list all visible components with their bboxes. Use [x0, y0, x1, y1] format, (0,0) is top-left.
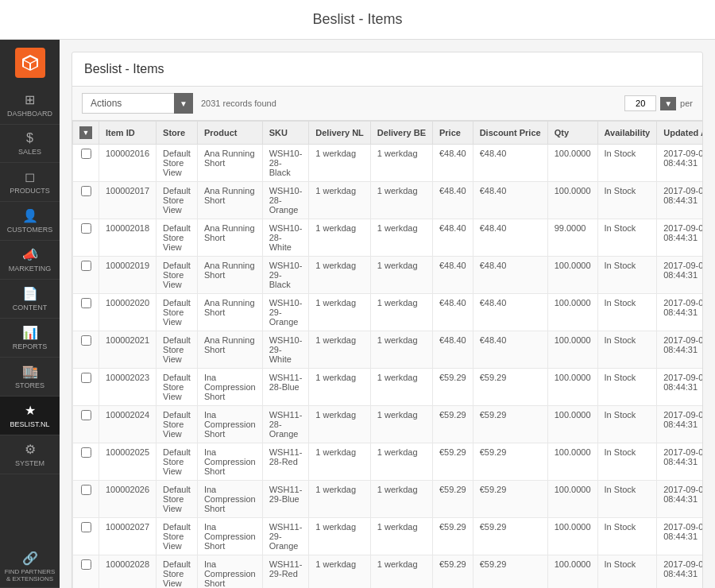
cell-item-id: 100002018: [99, 219, 157, 257]
cell-updated: 2017-09-07 08:44:31: [657, 369, 702, 406]
beslist-icon: ★: [25, 403, 36, 418]
cell-sku: WSH10-28-Black: [262, 145, 309, 182]
row-checkbox-cell[interactable]: [73, 406, 99, 443]
row-checkbox-cell[interactable]: [73, 369, 99, 406]
col-delivery-nl[interactable]: Delivery NL: [309, 122, 371, 145]
row-checkbox-cell[interactable]: [73, 257, 99, 294]
cell-price: €48.40: [432, 145, 473, 182]
cell-price: €59.29: [432, 518, 473, 555]
cell-qty: 100.0000: [547, 294, 597, 331]
row-checkbox-cell[interactable]: [73, 145, 99, 182]
cell-qty: 100.0000: [547, 443, 597, 481]
cell-updated: 2017-09-07 08:44:31: [657, 555, 702, 589]
sidebar-item-content[interactable]: 📄 CONTENT: [0, 280, 60, 319]
cell-sku: WSH11-29-Orange: [262, 518, 309, 555]
per-page-arrow-button[interactable]: ▼: [660, 97, 676, 110]
cell-product: Ana Running Short: [197, 145, 262, 182]
sidebar-logo[interactable]: [15, 48, 45, 78]
per-page-input[interactable]: [624, 95, 656, 111]
row-checkbox[interactable]: [81, 559, 91, 570]
actions-select[interactable]: Actions: [82, 93, 193, 114]
products-icon: ◻: [25, 169, 35, 184]
cell-item-id: 100002019: [99, 257, 157, 294]
row-checkbox[interactable]: [81, 223, 91, 234]
cell-del-nl: 1 werkdag: [309, 481, 371, 518]
sidebar-item-stores[interactable]: 🏬 STORES: [0, 358, 60, 397]
col-updated-at[interactable]: Updated At: [657, 122, 702, 145]
row-checkbox[interactable]: [81, 261, 91, 271]
col-qty[interactable]: Qty: [547, 122, 597, 145]
row-checkbox-cell[interactable]: [73, 182, 99, 219]
cell-updated: 2017-09-07 08:44:31: [657, 182, 702, 219]
row-checkbox-cell[interactable]: [73, 518, 99, 555]
cell-avail: In Stock: [597, 406, 657, 443]
select-all-header[interactable]: ▼: [73, 122, 99, 145]
col-item-id[interactable]: Item ID: [99, 122, 157, 145]
col-store[interactable]: Store: [157, 122, 198, 145]
cell-price: €48.40: [432, 331, 473, 369]
cell-store: Default Store View: [157, 369, 198, 406]
sidebar-item-sales[interactable]: $ SALES: [0, 125, 60, 163]
cell-del-be: 1 werkdag: [370, 443, 432, 481]
reports-icon: 📊: [22, 325, 38, 340]
cell-updated: 2017-09-07 08:44:31: [657, 145, 702, 182]
cell-sku: WSH10-29-White: [262, 331, 309, 369]
cell-item-id: 100002024: [99, 406, 157, 443]
row-checkbox[interactable]: [81, 149, 91, 159]
cell-del-nl: 1 werkdag: [309, 331, 371, 369]
select-all-icon[interactable]: ▼: [79, 126, 92, 139]
cell-updated: 2017-09-07 08:44:31: [657, 219, 702, 257]
row-checkbox-cell[interactable]: [73, 331, 99, 369]
cell-del-nl: 1 werkdag: [309, 219, 371, 257]
actions-select-wrapper[interactable]: Actions ▼: [82, 93, 193, 114]
row-checkbox[interactable]: [81, 447, 91, 458]
sidebar-item-stores-label: STORES: [15, 381, 44, 389]
cell-avail: In Stock: [597, 294, 657, 331]
row-checkbox-cell[interactable]: [73, 481, 99, 518]
content-panel: Beslist - Items Actions ▼ 2031 records f…: [72, 52, 703, 588]
cell-del-nl: 1 werkdag: [309, 257, 371, 294]
sidebar-item-marketing[interactable]: 📣 MARKETING: [0, 241, 60, 280]
row-checkbox[interactable]: [81, 410, 91, 420]
cell-item-id: 100002016: [99, 145, 157, 182]
row-checkbox-cell[interactable]: [73, 294, 99, 331]
row-checkbox[interactable]: [81, 522, 91, 532]
sidebar-item-beslist[interactable]: ★ BESLIST.NL: [0, 397, 60, 435]
cell-item-id: 100002023: [99, 369, 157, 406]
row-checkbox-cell[interactable]: [73, 219, 99, 257]
sidebar-item-products[interactable]: ◻ PRODUCTS: [0, 163, 60, 202]
customers-icon: 👤: [22, 208, 38, 223]
cell-product: Ana Running Short: [197, 331, 262, 369]
panel-title: Beslist - Items: [84, 62, 164, 75]
sidebar-item-reports[interactable]: 📊 REPORTS: [0, 319, 60, 358]
row-checkbox-cell[interactable]: [73, 555, 99, 589]
col-sku[interactable]: SKU: [262, 122, 309, 145]
cell-updated: 2017-09-07 08:44:31: [657, 331, 702, 369]
sidebar-item-customers[interactable]: 👤 CUSTOMERS: [0, 202, 60, 241]
col-availability[interactable]: Availability: [597, 122, 657, 145]
row-checkbox[interactable]: [81, 485, 91, 495]
content-icon: 📄: [22, 286, 38, 301]
cell-price: €59.29: [432, 406, 473, 443]
cell-product: Ina Compression Short: [197, 481, 262, 518]
cell-avail: In Stock: [597, 555, 657, 589]
col-product[interactable]: Product: [197, 122, 262, 145]
cell-avail: In Stock: [597, 518, 657, 555]
table-row: 100002026 Default Store View Ina Compres…: [73, 481, 703, 518]
row-checkbox[interactable]: [81, 335, 91, 346]
row-checkbox[interactable]: [81, 186, 91, 196]
sidebar-item-partners[interactable]: 🔗 FIND PARTNERS & EXTENSIONS: [0, 546, 60, 588]
col-discount-price[interactable]: Discount Price: [473, 122, 547, 145]
row-checkbox-cell[interactable]: [73, 443, 99, 481]
sidebar-item-dashboard[interactable]: ⊞ DASHBOARD: [0, 86, 60, 125]
row-checkbox[interactable]: [81, 373, 91, 383]
cell-del-be: 1 werkdag: [370, 406, 432, 443]
row-checkbox[interactable]: [81, 298, 91, 308]
col-price[interactable]: Price: [432, 122, 473, 145]
cell-store: Default Store View: [157, 406, 198, 443]
sidebar-item-system[interactable]: ⚙ SYSTEM: [0, 435, 60, 474]
col-delivery-be[interactable]: Delivery BE: [370, 122, 432, 145]
cell-del-be: 1 werkdag: [370, 369, 432, 406]
page-title: Beslist - Items: [312, 11, 402, 27]
cell-sku: WSH11-29-Blue: [262, 481, 309, 518]
